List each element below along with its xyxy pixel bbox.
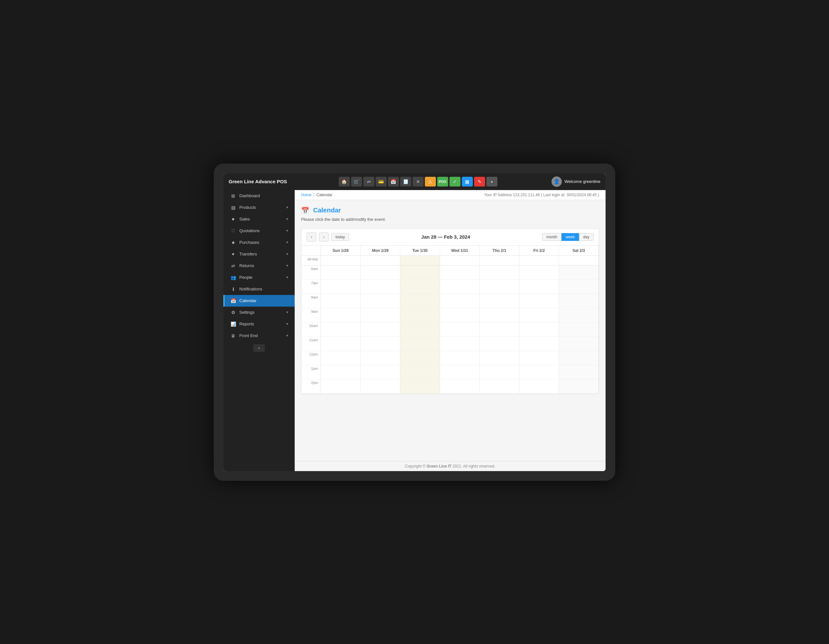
share-icon-btn[interactable]: ⇌ — [363, 177, 374, 186]
sidebar-item-reports[interactable]: 📊 Reports ▼ — [224, 318, 295, 330]
cell-thu-12pm[interactable] — [479, 351, 519, 365]
cell-thu-10am[interactable] — [479, 323, 519, 336]
prev-button[interactable]: ‹ — [307, 233, 317, 241]
allday-wed[interactable] — [440, 256, 480, 265]
today-button[interactable]: today — [331, 233, 349, 241]
alert-icon-btn[interactable]: ⚠ — [425, 177, 436, 186]
grid-icon-btn[interactable]: ▦ — [462, 177, 473, 186]
cell-mon-12pm[interactable] — [361, 351, 400, 365]
square-icon-btn[interactable]: ▪ — [486, 177, 497, 186]
cell-mon-6am[interactable] — [361, 266, 400, 279]
sidebar-item-frontend[interactable]: 🖥 Front End ▼ — [224, 330, 295, 342]
cart-icon-btn[interactable]: 🛒 — [351, 177, 362, 186]
cell-mon-1pm[interactable] — [361, 365, 400, 379]
close-icon-btn[interactable]: ✕ — [413, 177, 424, 186]
cell-wed-12pm[interactable] — [440, 351, 480, 365]
cell-wed-11am[interactable] — [440, 337, 480, 351]
check-icon-btn[interactable]: ✓ — [449, 177, 460, 186]
breadcrumb-home[interactable]: Home — [301, 193, 312, 197]
allday-fri[interactable] — [519, 256, 559, 265]
cell-wed-10am[interactable] — [440, 323, 480, 336]
cell-sun-12pm[interactable] — [321, 351, 361, 365]
sidebar-collapse-button[interactable]: « — [253, 344, 265, 352]
cell-sun-11am[interactable] — [321, 337, 361, 351]
cell-tue-6am[interactable] — [400, 266, 440, 279]
cell-sun-10am[interactable] — [321, 323, 361, 336]
calendar-icon-btn[interactable]: 📅 — [388, 177, 399, 186]
cell-thu-7am[interactable] — [479, 280, 519, 294]
sidebar-item-people[interactable]: 👥 People ▼ — [224, 272, 295, 283]
cell-fri-8am[interactable] — [519, 294, 559, 308]
cell-mon-8am[interactable] — [361, 294, 400, 308]
cell-fri-9am[interactable] — [519, 308, 559, 322]
month-view-button[interactable]: month — [542, 233, 561, 241]
sidebar-item-sales[interactable]: ♥ Sales ▼ — [224, 213, 295, 225]
cell-fri-7am[interactable] — [519, 280, 559, 294]
sidebar-item-settings[interactable]: ⚙ Settings ▼ — [224, 307, 295, 318]
cell-sun-6am[interactable] — [321, 266, 361, 279]
cell-fri-2pm[interactable] — [519, 379, 559, 394]
cell-tue-9am[interactable] — [400, 308, 440, 322]
week-view-button[interactable]: week — [561, 233, 579, 241]
cell-thu-1pm[interactable] — [479, 365, 519, 379]
cell-sat-12pm[interactable] — [559, 351, 599, 365]
cell-tue-12pm[interactable] — [400, 351, 440, 365]
cell-wed-1pm[interactable] — [440, 365, 480, 379]
cell-thu-6am[interactable] — [479, 266, 519, 279]
cell-sat-10am[interactable] — [559, 323, 599, 336]
cell-sat-9am[interactable] — [559, 308, 599, 322]
day-view-button[interactable]: day — [579, 233, 594, 241]
cell-tue-7am[interactable] — [400, 280, 440, 294]
cell-wed-2pm[interactable] — [440, 379, 480, 394]
receipt-icon-btn[interactable]: 🧾 — [400, 177, 411, 186]
cell-fri-11am[interactable] — [519, 337, 559, 351]
allday-thu[interactable] — [479, 256, 519, 265]
cell-thu-11am[interactable] — [479, 337, 519, 351]
allday-sun[interactable] — [321, 256, 361, 265]
cell-fri-10am[interactable] — [519, 323, 559, 336]
sidebar-item-calendar[interactable]: 📅 Calendar — [224, 295, 295, 307]
cell-sat-2pm[interactable] — [559, 379, 599, 394]
cell-wed-8am[interactable] — [440, 294, 480, 308]
cell-sat-6am[interactable] — [559, 266, 599, 279]
cell-mon-9am[interactable] — [361, 308, 400, 322]
cell-mon-7am[interactable] — [361, 280, 400, 294]
pos-btn[interactable]: POS — [437, 177, 448, 186]
cell-tue-2pm[interactable] — [400, 379, 440, 394]
allday-sat[interactable] — [559, 256, 599, 265]
cell-fri-12pm[interactable] — [519, 351, 559, 365]
cell-sat-7am[interactable] — [559, 280, 599, 294]
sidebar-item-products[interactable]: ▤ Products ▼ — [224, 202, 295, 213]
sidebar-item-transfers[interactable]: ✦ Transfers ▼ — [224, 248, 295, 260]
cell-sat-8am[interactable] — [559, 294, 599, 308]
cell-sat-11am[interactable] — [559, 337, 599, 351]
cell-sun-8am[interactable] — [321, 294, 361, 308]
home-icon-btn[interactable]: 🏠 — [339, 177, 350, 186]
cell-fri-6am[interactable] — [519, 266, 559, 279]
cell-tue-1pm[interactable] — [400, 365, 440, 379]
credit-icon-btn[interactable]: 💳 — [376, 177, 387, 186]
cell-wed-9am[interactable] — [440, 308, 480, 322]
allday-mon[interactable] — [361, 256, 400, 265]
cell-mon-10am[interactable] — [361, 323, 400, 336]
cell-wed-6am[interactable] — [440, 266, 480, 279]
cell-tue-10am[interactable] — [400, 323, 440, 336]
sidebar-item-dashboard[interactable]: ⊞ Dashboard — [224, 190, 295, 202]
cell-mon-2pm[interactable] — [361, 379, 400, 394]
edit-icon-btn[interactable]: ✎ — [474, 177, 485, 186]
cell-wed-7am[interactable] — [440, 280, 480, 294]
cell-thu-8am[interactable] — [479, 294, 519, 308]
cell-thu-9am[interactable] — [479, 308, 519, 322]
next-button[interactable]: › — [319, 233, 329, 241]
sidebar-item-quotations[interactable]: ♡ Quotations ▼ — [224, 225, 295, 237]
cell-mon-11am[interactable] — [361, 337, 400, 351]
cell-sat-1pm[interactable] — [559, 365, 599, 379]
allday-tue[interactable] — [400, 256, 440, 265]
cell-sun-7am[interactable] — [321, 280, 361, 294]
cell-sun-2pm[interactable] — [321, 379, 361, 394]
sidebar-item-notifications[interactable]: ℹ Notifications — [224, 283, 295, 295]
cell-thu-2pm[interactable] — [479, 379, 519, 394]
sidebar-item-purchases[interactable]: ★ Purchases ▼ — [224, 237, 295, 248]
cell-sun-1pm[interactable] — [321, 365, 361, 379]
cell-sun-9am[interactable] — [321, 308, 361, 322]
